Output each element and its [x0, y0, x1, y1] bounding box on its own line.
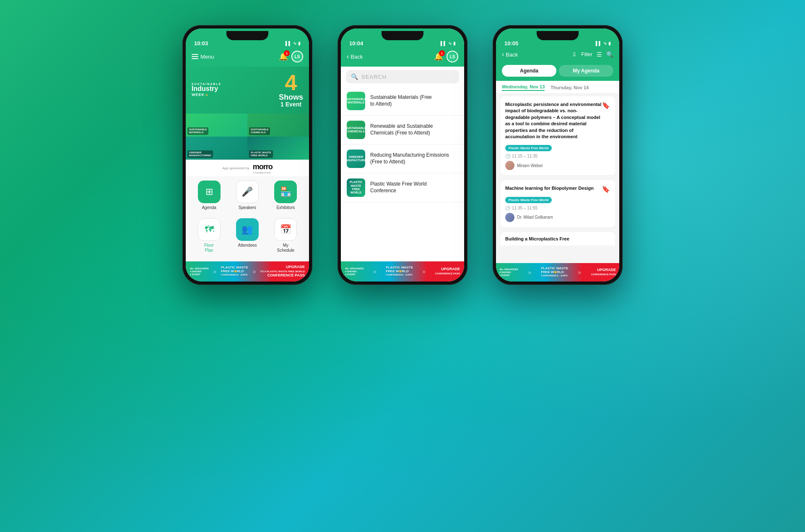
- back-button[interactable]: ‹ Back: [347, 53, 363, 60]
- agenda-speaker-1: Miriam Weber: [505, 161, 610, 170]
- list-item[interactable]: GREENER MANUFACTURING Reducing Manufactu…: [341, 145, 464, 173]
- signal-icon: ▌▌: [286, 41, 291, 46]
- filter-icon[interactable]: ☰: [597, 51, 602, 58]
- thumb-label-2: SUSTAINABLECHEMICALS: [249, 127, 270, 135]
- day-tab-wed[interactable]: Wednesday, Nov 13: [502, 84, 545, 91]
- phone-3-status-bar: 10:05 ▌▌ ∿ ▮: [496, 28, 619, 47]
- attendees-label: Attendees: [238, 243, 257, 248]
- morro-sub: A Xampla brand: [253, 171, 273, 174]
- user-avatar[interactable]: LS: [291, 51, 303, 62]
- day-tab-thu[interactable]: Thursday, Nov 14: [551, 85, 589, 90]
- phone-2-time: 10:04: [349, 40, 363, 46]
- thumb-sustainable-chemicals[interactable]: SUSTAINABLECHEMICALS: [247, 114, 309, 137]
- nav-agenda[interactable]: ⊞ Agenda: [192, 181, 226, 215]
- search-bar[interactable]: 🔍 SEARCH: [346, 70, 459, 83]
- speaker-name-1: Miriam Weber: [517, 163, 543, 168]
- user-avatar-2[interactable]: LS: [447, 51, 458, 62]
- phone-3-header: ‹ Back ⇩ Filter ☰ 🔍: [496, 47, 619, 62]
- agenda-scroll: Microplastic persistence and environment…: [496, 94, 619, 263]
- phone-1-screen: 10:03 ▌▌ ∿ ▮ Menu 🔔 1: [186, 28, 309, 281]
- bookmark-icon-2[interactable]: 🔖: [602, 185, 610, 195]
- stat-speakers: 40+ SPEAKERS: [190, 267, 209, 270]
- tab-agenda[interactable]: Agenda: [502, 65, 556, 77]
- agenda-label: Agenda: [202, 205, 216, 210]
- signal-icon: ▌▌: [441, 41, 447, 46]
- upgrade-banner-3[interactable]: 40+ SPEAKERS 4 SHOWS 1 EVENT » PLASTIC W…: [496, 263, 619, 281]
- upgrade-stats: 40+ SPEAKERS 4 SHOWS 1 EVENT: [190, 267, 209, 276]
- phone-3-time: 10:05: [504, 40, 518, 46]
- morro-logo: morro: [253, 163, 273, 171]
- upgrade-btn-text: UPGRADETO A PLASTIC WASTE FREE WORLDCONF…: [260, 265, 305, 278]
- agenda-title-2: Machine learning for Biopolymer Design: [505, 185, 594, 191]
- agenda-item-2[interactable]: Machine learning for Biopolymer Design 🔖…: [500, 180, 615, 227]
- upgrade-banner-2[interactable]: 40+ SPEAKERS 4 SHOWS 1 EVENT » PLASTIC W…: [341, 261, 464, 281]
- phone-3: 10:05 ▌▌ ∿ ▮ ‹ Back ⇩ Filter ☰ 🔍: [493, 25, 623, 285]
- siw-logo: SUSTAINABLE Industry WEEK »: [192, 83, 221, 97]
- sponsor-text: App sponsored by: [222, 166, 249, 170]
- stat-event: 1 EVENT: [190, 273, 209, 276]
- speaker-avatar-1: [505, 161, 514, 170]
- filter-label[interactable]: Filter: [581, 52, 592, 57]
- notification-badge-2: 1: [439, 50, 445, 56]
- search-icon: 🔍: [351, 73, 358, 80]
- agenda-item-1[interactable]: Microplastic persistence and environment…: [500, 96, 615, 175]
- shows-text: 4 Shows 1 Event: [279, 72, 303, 108]
- back-arrow-3-icon: ‹: [502, 51, 504, 58]
- thumb-sustainable-materials[interactable]: SUSTAINABLEMATERIALS: [186, 114, 247, 137]
- phone-1: 10:03 ▌▌ ∿ ▮ Menu 🔔 1: [182, 25, 312, 285]
- nav-speakers[interactable]: 🎤 Speakers: [230, 181, 265, 215]
- battery-icon: ▮: [298, 41, 301, 46]
- list-item[interactable]: SUSTAINABLE CHEMICALS Renewable and Sust…: [341, 116, 464, 145]
- stat-shows: 4 SHOWS: [190, 270, 209, 273]
- nav-my-schedule[interactable]: 📅 MySchedule: [268, 218, 303, 258]
- sponsor-logo-group: morro A Xampla brand: [253, 163, 273, 174]
- download-icon[interactable]: ⇩: [572, 51, 577, 58]
- upgrade-btn-text-3: UPGRADECONFERENCE PASS: [591, 268, 616, 276]
- notification-bell[interactable]: 🔔 1: [279, 52, 288, 61]
- upgrade-arrows-5-icon: »: [528, 269, 531, 276]
- tab-my-agenda[interactable]: My Agenda: [559, 65, 613, 77]
- upgrade-logo-text-2: PLASTIC WASTEFREE W◉RLDCONFERENCE · EXPO: [386, 266, 413, 277]
- agenda-badge-2: Plastic Waste Free World: [505, 197, 552, 203]
- floor-plan-icon: 🗺: [198, 218, 221, 241]
- thumb-label-1: SUSTAINABLEMATERIALS: [187, 127, 208, 135]
- agenda-title-1: Microplastic persistence and environment…: [505, 101, 602, 140]
- agenda-tabs: Agenda My Agenda: [496, 62, 619, 81]
- speaker-name-2: Dr. Milad Golkaram: [517, 215, 553, 220]
- speakers-label: Speakers: [239, 205, 256, 210]
- header-actions-3: ⇩ Filter ☰ 🔍: [572, 51, 613, 58]
- event-name-4: Plastic Waste Free WorldConference: [370, 181, 427, 194]
- upgrade-stats-3: 40+ SPEAKERS 4 SHOWS 1 EVENT: [499, 268, 518, 276]
- back-button-3[interactable]: ‹ Back: [502, 51, 518, 58]
- agenda-item-2-header: Machine learning for Biopolymer Design 🔖: [505, 185, 610, 195]
- bookmark-icon-1[interactable]: 🔖: [602, 101, 610, 143]
- upgrade-stats-2: 40+ SPEAKERS 4 SHOWS 1 EVENT: [345, 267, 364, 276]
- upgrade-banner-1[interactable]: 40+ SPEAKERS 4 SHOWS 1 EVENT » PLASTIC W…: [186, 261, 309, 281]
- phone-2-status-bar: 10:04 ▌▌ ∿ ▮: [341, 28, 464, 47]
- agenda-badge-1: Plastic Waste Free World: [505, 145, 552, 151]
- my-schedule-icon: 📅: [274, 218, 297, 241]
- nav-floor-plan[interactable]: 🗺 FloorPlan: [192, 218, 226, 258]
- phones-container: 10:03 ▌▌ ∿ ▮ Menu 🔔 1: [182, 25, 623, 285]
- shows-number: 4: [279, 72, 303, 93]
- hamburger-icon: [192, 54, 198, 59]
- notification-bell-2[interactable]: 🔔 1: [434, 52, 443, 61]
- thumb-greener-manufacturing[interactable]: GREENERMANUFACTURING: [186, 137, 247, 160]
- exhibitors-label: Exhibitors: [276, 205, 295, 210]
- agenda-time-1: 🕐 11:15 – 11:35: [505, 154, 610, 158]
- one-event-label: 1 Event: [279, 101, 303, 108]
- industry-label: Industry: [192, 85, 221, 92]
- nav-attendees[interactable]: 👥 Attendees: [230, 218, 265, 258]
- event-name-1: Sustainable Materials (Freeto Attend): [370, 94, 432, 107]
- battery-icon: ▮: [453, 41, 456, 46]
- menu-button[interactable]: Menu: [192, 54, 214, 60]
- agenda-item-partial: Building a Microplastics Free: [500, 232, 615, 245]
- floor-plan-label: FloorPlan: [204, 243, 214, 253]
- list-item[interactable]: SUSTAINABLE MATERIALS Sustainable Materi…: [341, 87, 464, 116]
- thumb-plastic-waste[interactable]: PLASTIC WASTEFREE WORLD: [247, 137, 309, 160]
- list-item[interactable]: PLASTIC WASTE FREE WORLD Plastic Waste F…: [341, 173, 464, 202]
- back-arrow-icon: ‹: [347, 53, 349, 60]
- nav-exhibitors[interactable]: 🏪 Exhibitors: [268, 181, 303, 215]
- thumb-label-4: PLASTIC WASTEFREE WORLD: [249, 150, 273, 158]
- search-icon-header[interactable]: 🔍: [606, 51, 613, 58]
